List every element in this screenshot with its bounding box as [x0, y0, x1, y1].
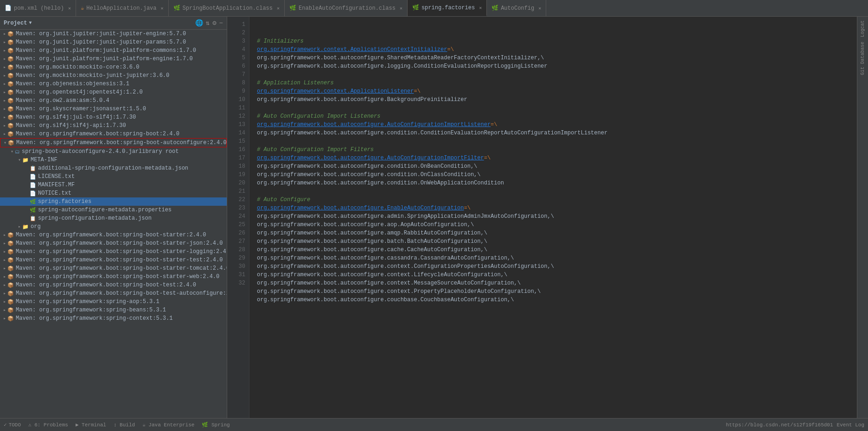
tab-close-autoconfig[interactable]: ✕	[538, 6, 541, 11]
line-num-13: 13	[227, 120, 249, 129]
tree-item-29[interactable]: ▸📦Maven: org.springframework.boot:spring…	[0, 264, 227, 273]
tree-item-15[interactable]: ▾🗂spring-boot-autoconfigure-2.4.0.jar li…	[0, 147, 227, 156]
tree-item-4[interactable]: ▸📦Maven: org.junit.platform:junit-platfo…	[0, 55, 227, 63]
value-text-32: org.springframework.boot.autoconfigure.c…	[257, 296, 514, 304]
tree-label-2: Maven: org.junit.jupiter:junit-jupiter-p…	[16, 39, 186, 45]
tree-item-11[interactable]: ▸📦Maven: org.slf4j:jul-to-slf4j:1.7.30	[0, 113, 227, 121]
tree-item-21[interactable]: 🌿spring.factories	[0, 197, 227, 206]
java-enterprise-item[interactable]: ☕ Java Enterprise	[142, 422, 194, 428]
tree-file-icon-18: 📄	[30, 174, 36, 180]
tree-item-3[interactable]: ▸📦Maven: org.junit.platform:junit-platfo…	[0, 46, 227, 55]
tree-item-9[interactable]: ▸📦Maven: org.ow2.asm:asm:5.0.4	[0, 96, 227, 105]
tree-item-17[interactable]: 📋additional-spring-configuration-metadat…	[0, 164, 227, 172]
layout-icon[interactable]: ⇅	[206, 19, 210, 27]
tree-arrow-34: ▸	[2, 307, 7, 313]
tree-view[interactable]: ▸📦Maven: org.junit.jupiter:junit-jupiter…	[0, 30, 227, 418]
tree-item-20[interactable]: 📄NOTICE.txt	[0, 189, 227, 197]
tree-arrow-25: ▸	[2, 232, 7, 238]
code-line-10: # Auto Configuration Import Listeners	[257, 112, 849, 120]
tab-icon-autoconfig: 🌿	[491, 5, 498, 12]
tree-item-16[interactable]: ▾📁META-INF	[0, 156, 227, 164]
tree-item-22[interactable]: 🌿spring-autoconfigure-metadata.propertie…	[0, 206, 227, 214]
terminal-item[interactable]: ▶ Terminal	[76, 422, 106, 428]
tab-springboot[interactable]: 🌿SpringBootApplication.class✕	[169, 0, 285, 16]
tab-close-hello[interactable]: ✕	[161, 6, 164, 11]
tab-hello[interactable]: ☕HelloApplication.java✕	[76, 0, 169, 16]
left-panel: Project ▼ 🌐 ⇅ ⚙ − ▸📦Maven: org.junit.jup…	[0, 17, 227, 418]
tree-file-icon-29: 📦	[7, 266, 14, 272]
right-sidebar-database[interactable]: Git Database	[859, 40, 866, 77]
tree-file-icon-25: 📦	[7, 232, 14, 238]
tab-icon-springfactories: 🌿	[412, 4, 419, 11]
comment-text-1: # Initializers	[257, 37, 304, 45]
tab-pom[interactable]: 📄pom.xml (hello)✕	[0, 0, 76, 16]
tab-autoconfig[interactable]: 🌿AutoConfig✕	[487, 0, 546, 16]
line-num-3: 3	[227, 37, 249, 45]
event-log-item[interactable]: Event Log	[837, 422, 864, 428]
tree-item-12[interactable]: ▸📦Maven: org.slf4j:slf4j-api:1.7.30	[0, 121, 227, 130]
settings-icon[interactable]: ⚙	[212, 19, 216, 27]
tab-close-springfactories[interactable]: ✕	[479, 5, 482, 11]
tree-item-1[interactable]: ▸📦Maven: org.junit.jupiter:junit-jupiter…	[0, 30, 227, 38]
tree-item-8[interactable]: ▸📦Maven: org.opentest4j:opentest4j:1.2.0	[0, 88, 227, 96]
tree-item-32[interactable]: ▸📦Maven: org.springframework.boot:spring…	[0, 289, 227, 298]
line-num-16: 16	[227, 146, 249, 154]
right-sidebar: Logcat Git Database	[857, 17, 868, 418]
tree-label-34: Maven: org.springframework:spring-beans:…	[16, 307, 166, 313]
tab-enableauto[interactable]: 🌿EnableAutoConfiguration.class✕	[285, 0, 408, 16]
comment-text-6: # Application Listeners	[257, 79, 334, 87]
tree-item-35[interactable]: ▸📦Maven: org.springframework:spring-cont…	[0, 314, 227, 323]
tree-item-31[interactable]: ▸📦Maven: org.springframework.boot:spring…	[0, 281, 227, 289]
tree-item-24[interactable]: ▸📁org	[0, 222, 227, 231]
tab-close-pom[interactable]: ✕	[68, 6, 71, 11]
tree-item-10[interactable]: ▸📦Maven: org.skyscreamer:jsonassert:1.5.…	[0, 105, 227, 113]
tree-item-27[interactable]: ▸📦Maven: org.springframework.boot:spring…	[0, 247, 227, 256]
tree-label-35: Maven: org.springframework:spring-contex…	[16, 315, 172, 322]
spring-item[interactable]: 🌿 Spring	[202, 422, 230, 428]
tree-arrow-3: ▸	[2, 48, 7, 53]
tree-item-23[interactable]: 📋spring-configuration-metadata.json	[0, 214, 227, 222]
problems-item[interactable]: ⚠ 6: Problems	[28, 422, 68, 428]
tree-arrow-14: ▾	[2, 140, 8, 146]
line-num-7: 7	[227, 70, 249, 79]
right-sidebar-logcat[interactable]: Logcat	[859, 19, 866, 39]
backslash-7: \	[417, 87, 421, 95]
key-text-2: org.springframework.context.ApplicationC…	[257, 45, 447, 54]
todo-item[interactable]: ✓ TODO	[4, 422, 21, 428]
tree-item-26[interactable]: ▸📦Maven: org.springframework.boot:spring…	[0, 239, 227, 247]
tree-item-6[interactable]: ▸📦Maven: org.mockito:mockito-junit-jupit…	[0, 71, 227, 80]
tree-item-19[interactable]: 📄MANIFEST.MF	[0, 181, 227, 189]
line-num-17: 17	[227, 154, 249, 162]
dropdown-icon[interactable]: ▼	[29, 20, 32, 25]
tree-item-7[interactable]: ▸📦Maven: org.objenesis:objenesis:3.1	[0, 80, 227, 88]
tree-item-25[interactable]: ▸📦Maven: org.springframework.boot:spring…	[0, 231, 227, 239]
tree-item-13[interactable]: ▸📦Maven: org.springframework.boot:spring…	[0, 130, 227, 138]
tree-item-33[interactable]: ▸📦Maven: org.springframework:spring-aop:…	[0, 298, 227, 306]
bottom-left: ✓ TODO ⚠ 6: Problems ▶ Terminal ↕ Build …	[4, 422, 230, 428]
tree-item-5[interactable]: ▸📦Maven: org.mockito:mockito-core:3.6.0	[0, 63, 227, 71]
tree-item-2[interactable]: ▸📦Maven: org.junit.jupiter:junit-jupiter…	[0, 38, 227, 46]
tree-item-28[interactable]: ▸📦Maven: org.springframework.boot:spring…	[0, 256, 227, 264]
tab-close-springboot[interactable]: ✕	[277, 6, 280, 11]
key-text-21: org.springframework.boot.autoconfigure.E…	[257, 204, 464, 212]
tree-label-26: Maven: org.springframework.boot:spring-b…	[16, 240, 223, 247]
tree-item-34[interactable]: ▸📦Maven: org.springframework:spring-bean…	[0, 306, 227, 314]
tree-file-icon-11: 📦	[7, 114, 14, 120]
tree-item-30[interactable]: ▸📦Maven: org.springframework.boot:spring…	[0, 273, 227, 281]
minimize-icon[interactable]: −	[219, 19, 223, 27]
url-item[interactable]: https://blog.csdn.net/s12f19f165d01	[726, 422, 833, 428]
comment-text-10: # Auto Configuration Import Listeners	[257, 112, 380, 120]
code-view[interactable]: 1234567891011121314151617181920212223242…	[227, 17, 857, 418]
build-item[interactable]: ↕ Build	[114, 422, 135, 428]
tree-file-icon-22: 🌿	[30, 207, 36, 213]
tree-item-18[interactable]: 📄LICENSE.txt	[0, 172, 227, 181]
tree-item-14[interactable]: ▾📦Maven: org.springframework.boot:spring…	[0, 138, 227, 147]
tab-springfactories[interactable]: 🌿spring.factories✕	[408, 0, 487, 16]
line-num-19: 19	[227, 171, 249, 179]
value-text-23: org.springframework.boot.autoconfigure.a…	[257, 221, 474, 229]
tab-close-enableauto[interactable]: ✕	[400, 6, 402, 11]
tree-label-20: NOTICE.txt	[38, 190, 71, 196]
tab-icon-hello: ☕	[81, 5, 84, 12]
globe-icon[interactable]: 🌐	[195, 19, 203, 27]
tree-file-icon-32: 📦	[7, 291, 14, 297]
